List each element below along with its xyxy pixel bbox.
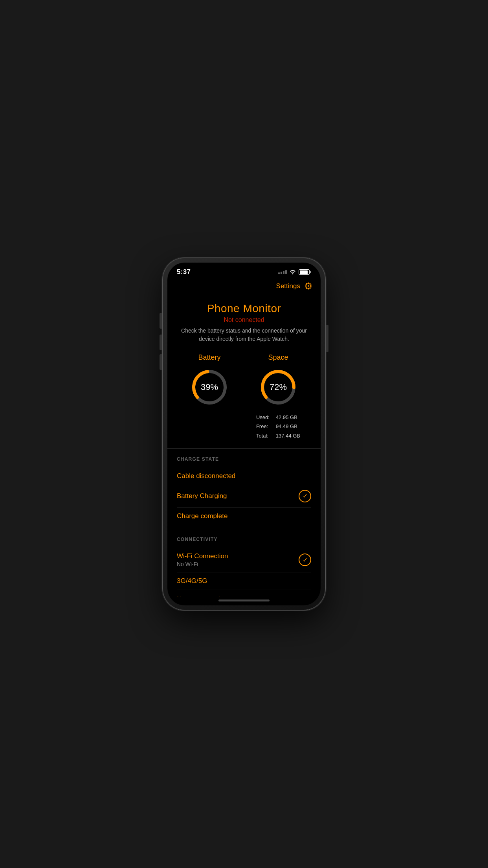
charge-complete-block: Charge complete (177, 512, 227, 520)
charge-state-title: CHARGE STATE (177, 456, 311, 462)
app-description: Check the battery status and the connect… (175, 327, 313, 343)
signal-icon (278, 270, 287, 274)
battery-charging-block: Battery Charging (177, 492, 227, 500)
3g-block: 3G/4G/5G (177, 577, 207, 585)
cable-disconnected-label: Cable disconnected (177, 472, 235, 480)
charge-item-charging: Battery Charging ✓ (177, 485, 311, 508)
used-label: Used: (256, 413, 272, 422)
notch (218, 263, 270, 274)
wifi-sub-label: No Wi-Fi (177, 561, 228, 567)
total-label: Total: (256, 431, 272, 440)
battery-gauge: 39% (188, 366, 231, 409)
not-connected-block: Not connected (177, 595, 220, 596)
status-time: 5:37 (177, 268, 191, 276)
space-block: Space 72% Used: 42.95 GB (256, 353, 300, 440)
space-value: 72% (270, 382, 287, 392)
charge-state-section: CHARGE STATE Cable disconnected Battery … (167, 449, 321, 529)
top-nav: Settings ⚙ (167, 279, 321, 295)
3g-label: 3G/4G/5G (177, 577, 207, 585)
settings-label[interactable]: Settings (276, 282, 300, 290)
connectivity-item-notconnected: Not connected (177, 590, 311, 596)
wifi-icon (289, 269, 296, 276)
phone-device: 5:37 Settings (163, 258, 325, 610)
gear-icon[interactable]: ⚙ (304, 281, 313, 292)
charge-complete-label: Charge complete (177, 512, 227, 520)
free-value: 94.49 GB (276, 422, 297, 431)
connectivity-section: CONNECTIVITY Wi-Fi Connection No Wi-Fi ✓… (167, 529, 321, 596)
wifi-block: Wi-Fi Connection No Wi-Fi (177, 552, 228, 567)
home-indicator (218, 600, 270, 601)
wifi-connection-label: Wi-Fi Connection (177, 552, 228, 560)
phone-screen: 5:37 Settings (167, 263, 321, 605)
total-value: 137.44 GB (276, 431, 300, 440)
battery-block: Battery 39% (188, 353, 231, 440)
wifi-check: ✓ (299, 554, 311, 566)
app-header: Phone Monitor Not connected Check the ba… (167, 295, 321, 347)
app-title: Phone Monitor (175, 302, 313, 315)
free-label: Free: (256, 422, 272, 431)
main-content: Phone Monitor Not connected Check the ba… (167, 295, 321, 596)
connection-status-top: Not connected (175, 316, 313, 324)
connectivity-title: CONNECTIVITY (177, 537, 311, 542)
charge-item-cable: Cable disconnected (177, 467, 311, 485)
charge-item-complete: Charge complete (177, 508, 311, 525)
space-gauge: 72% (257, 366, 300, 409)
battery-charging-label: Battery Charging (177, 492, 227, 500)
metrics-row: Battery 39% Space (167, 347, 321, 448)
space-info: Used: 42.95 GB Free: 94.49 GB Total: 137… (256, 413, 300, 440)
battery-value: 39% (201, 382, 218, 392)
status-icons (278, 269, 311, 276)
cable-disconnected-block: Cable disconnected (177, 472, 235, 480)
connectivity-item-wifi: Wi-Fi Connection No Wi-Fi ✓ (177, 548, 311, 572)
not-connected-label: Not connected (177, 595, 220, 596)
battery-icon (299, 269, 311, 275)
battery-charging-check: ✓ (299, 490, 311, 502)
connectivity-item-3g: 3G/4G/5G (177, 572, 311, 590)
